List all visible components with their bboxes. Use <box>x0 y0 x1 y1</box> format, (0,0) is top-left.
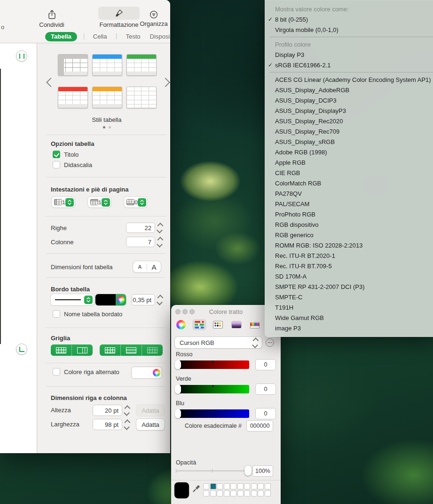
menu-item[interactable]: Mostra valore colore come: <box>265 4 433 14</box>
swatch-cell[interactable] <box>217 490 223 496</box>
menu-item[interactable]: Apple RGB <box>265 157 433 168</box>
border-name-checkbox-row[interactable]: Nome tabella bordato <box>53 310 122 318</box>
border-width-input[interactable]: 0,35 pt <box>132 294 155 305</box>
table-style-thumbnail[interactable] <box>92 87 122 108</box>
menu-item[interactable]: ASUS_Display_Rec2020 <box>265 116 433 126</box>
menu-item[interactable]: SD 170M-A <box>265 271 433 281</box>
swatch-cell[interactable] <box>251 490 257 496</box>
format-button[interactable]: Formattazione <box>96 7 142 28</box>
menu-item[interactable]: ASUS_Display_AdobeRGB <box>265 85 433 95</box>
swatch-cell[interactable] <box>210 483 216 489</box>
border-color-wheel-button[interactable] <box>116 294 126 305</box>
image-tab[interactable] <box>229 319 244 330</box>
styles-prev-button[interactable] <box>46 78 55 87</box>
menu-item[interactable]: SMPTE RP 431-2-2007 DCI (P3) <box>265 281 433 292</box>
line-style-stepper[interactable] <box>84 296 93 304</box>
menu-item[interactable]: Profilo colore <box>265 39 433 49</box>
grid-faded-lines-button[interactable] <box>142 344 163 356</box>
alt-row-checkbox-row[interactable]: Colore riga alternato <box>53 368 119 376</box>
page-dot-active[interactable] <box>103 126 105 128</box>
menu-item[interactable]: ProPhoto RGB <box>265 209 433 219</box>
menu-item[interactable]: Adobe RGB (1998) <box>265 147 433 157</box>
rows-stepper[interactable] <box>157 223 163 233</box>
organize-button[interactable]: Organizza <box>139 10 168 27</box>
header-count-stepper[interactable]: 1 <box>88 197 111 208</box>
menu-item[interactable]: ✓ sRGB IEC61966-2.1 <box>265 60 433 70</box>
styles-next-button[interactable] <box>161 78 170 87</box>
swatch-cell[interactable] <box>230 483 236 489</box>
column-width-stepper[interactable] <box>124 419 130 430</box>
swatch-cell[interactable] <box>217 483 223 489</box>
inspector-tab[interactable]: Disposizione <box>145 32 170 41</box>
swatch-cell[interactable] <box>224 490 230 496</box>
stepper-buttons[interactable] <box>65 198 74 207</box>
menu-item[interactable]: PA278QV <box>265 188 433 199</box>
border-color-swatch[interactable] <box>95 294 116 305</box>
alt-row-color-swatch[interactable] <box>132 367 151 378</box>
toolbar-item-partial[interactable]: o <box>1 24 4 31</box>
slider-track[interactable] <box>176 385 249 393</box>
menu-item[interactable]: ✓ 8 bit (0-255) <box>265 14 433 24</box>
font-larger-button[interactable]: A <box>147 263 161 271</box>
columns-input[interactable]: 7 <box>126 237 155 247</box>
table-style-thumbnail[interactable] <box>126 54 157 76</box>
options-ellipsis-button[interactable] <box>266 338 274 347</box>
grid-horizontal-lines-button[interactable] <box>51 344 71 356</box>
header-count-stepper[interactable]: 1 <box>52 197 75 208</box>
columns-stepper[interactable] <box>157 237 163 247</box>
table-style-thumbnail[interactable] <box>92 54 122 76</box>
menu-item[interactable]: Virgola mobile (0,0-1,0) <box>265 24 433 35</box>
swatch-cell[interactable] <box>258 490 264 496</box>
table-style-thumbnail[interactable] <box>58 54 88 76</box>
table-row-handle-button[interactable] <box>16 50 27 62</box>
menu-item[interactable]: CIE RGB <box>265 168 433 178</box>
menu-item[interactable]: Rec. ITU-R BT.2020-1 <box>265 250 433 261</box>
styles-page-dots[interactable] <box>58 126 156 128</box>
swatch-cell[interactable] <box>244 490 250 496</box>
grid-body-lines-button[interactable] <box>121 344 142 356</box>
menu-item[interactable]: Wide Gamut RGB <box>265 312 433 323</box>
palette-tab[interactable] <box>211 319 225 330</box>
table-corner-handle-button[interactable] <box>16 344 27 355</box>
alt-row-color-well[interactable] <box>132 367 162 378</box>
current-color-swatch[interactable] <box>174 482 189 498</box>
slider-track[interactable] <box>176 409 249 418</box>
slider-mode-popup[interactable]: Cursori RGB <box>175 337 262 348</box>
title-checkbox[interactable] <box>53 151 60 158</box>
swatch-cell[interactable] <box>203 483 209 489</box>
document-canvas[interactable] <box>0 43 37 453</box>
menu-item[interactable]: RGB generico <box>265 230 433 240</box>
border-line-style-popup[interactable] <box>51 294 94 305</box>
slider-thumb[interactable] <box>175 409 181 418</box>
alt-row-color-wheel-button[interactable] <box>151 367 162 378</box>
menu-item[interactable]: SMPTE-C <box>265 292 433 302</box>
menu-item[interactable]: ASUS_Display_sRGB <box>265 136 433 147</box>
menu-item[interactable]: PAL/SECAM <box>265 199 433 209</box>
grid-header-lines-button[interactable] <box>100 344 120 356</box>
opacity-slider-track[interactable] <box>176 470 249 472</box>
menu-item[interactable]: T191H <box>265 302 433 312</box>
share-button[interactable]: Condividi <box>33 9 71 28</box>
menu-item[interactable]: ASUS_Display_DisplayP3 <box>265 105 433 116</box>
menu-item[interactable]: image P3 <box>265 323 433 333</box>
opacity-value-input[interactable]: 100% <box>252 465 273 477</box>
swatch-cell[interactable] <box>210 490 216 496</box>
swatch-cell[interactable] <box>251 483 257 489</box>
swatch-cell[interactable] <box>265 483 271 489</box>
table-style-thumbnail[interactable] <box>58 87 88 108</box>
sliders-tab[interactable] <box>192 319 206 330</box>
menu-item[interactable] <box>269 72 433 72</box>
inspector-tab[interactable]: Testo <box>111 32 145 41</box>
border-width-stepper[interactable] <box>157 295 163 305</box>
menu-item[interactable]: RGB dispositivo <box>265 219 433 230</box>
caption-checkbox-row[interactable]: Didascalia <box>53 161 92 168</box>
swatch-cell[interactable] <box>224 483 230 489</box>
opacity-slider-thumb[interactable] <box>244 465 252 476</box>
inspector-tab[interactable]: Cella <box>79 32 112 41</box>
slider-thumb[interactable] <box>175 360 181 369</box>
slider-track[interactable] <box>176 360 249 369</box>
inspector-tab[interactable]: Tabella <box>45 32 77 41</box>
swatch-cell[interactable] <box>237 490 244 496</box>
menu-item[interactable]: Rec. ITU-R BT.709-5 <box>265 261 433 271</box>
menu-item[interactable] <box>269 37 433 37</box>
